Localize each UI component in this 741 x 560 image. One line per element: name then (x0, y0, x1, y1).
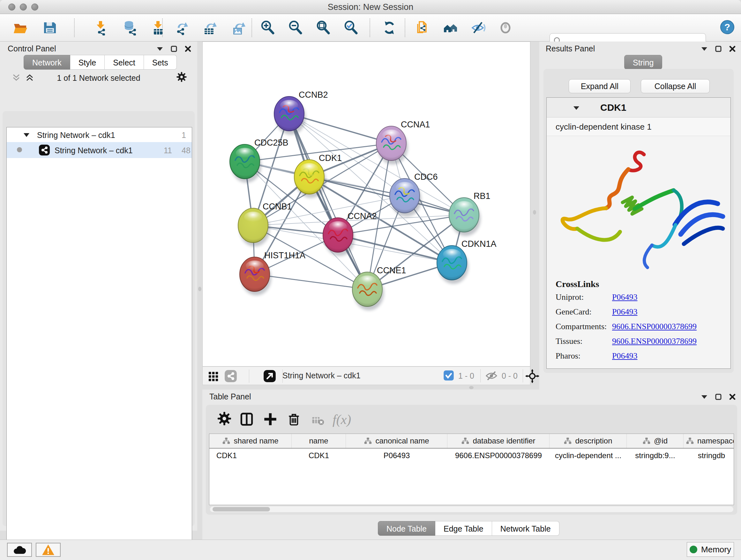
expand-all-button[interactable]: Expand All (569, 79, 630, 93)
import-database-icon[interactable] (122, 20, 137, 36)
memory-button[interactable]: Memory (687, 542, 734, 557)
right-splitter-handle[interactable] (533, 210, 536, 214)
eye-disabled-icon[interactable] (498, 20, 513, 36)
network-node[interactable]: CDC6 (390, 172, 438, 217)
table-header-row: shared namenamecanonical namedatabase id… (209, 434, 734, 449)
protein-description: cyclin-dependent kinase 1 (547, 118, 731, 136)
network-options-gear-icon[interactable] (176, 71, 187, 82)
tab-sets[interactable]: Sets (144, 55, 177, 70)
control-panel-title: Control Panel (8, 44, 56, 53)
export-table-icon[interactable] (203, 20, 218, 36)
tab-node-table[interactable]: Node Table (378, 521, 435, 536)
network-edge[interactable] (255, 274, 367, 289)
table-body: CDK1CDK1P064939606.ENSP00000378699cyclin… (209, 449, 734, 462)
share-document-icon[interactable] (415, 20, 430, 36)
collapse-all-button[interactable]: Collapse All (641, 79, 710, 93)
network-row[interactable]: String Network – cdk1 11 48 (7, 142, 192, 158)
hidden-eye-icon[interactable] (484, 370, 498, 381)
toolbar-separator (405, 18, 405, 37)
hide-eye-icon[interactable] (470, 20, 486, 36)
network-canvas[interactable]: CCNB2 CCNA1 CDC25B CDK1 CDC6 (202, 42, 530, 367)
collection-expander-icon[interactable] (23, 132, 30, 138)
column-header-name[interactable]: name (292, 434, 346, 448)
network-node[interactable]: CDKN1A (437, 239, 496, 284)
network-node-count: 11 (164, 146, 172, 155)
table-horizontal-scrollbar[interactable] (210, 506, 733, 512)
import-network-icon[interactable] (93, 20, 109, 36)
zoom-in-icon[interactable] (260, 20, 275, 36)
selected-checkbox-icon[interactable] (443, 370, 455, 381)
help-icon[interactable]: ? (720, 19, 735, 35)
zoom-out-icon[interactable] (288, 20, 303, 36)
crosslink-link[interactable]: P06493 (612, 307, 637, 317)
column-header-database-identifier[interactable]: database identifier (448, 434, 549, 448)
column-header-shared-name[interactable]: shared name (209, 434, 292, 448)
network-node[interactable]: CDK1 (294, 153, 342, 198)
import-table-icon[interactable] (151, 20, 166, 36)
delete-column-trash-icon[interactable] (286, 411, 302, 427)
save-session-icon[interactable] (42, 20, 57, 36)
crosslink-row: Uniprot: P06493 (547, 293, 731, 307)
table-settings-gear-icon[interactable] (217, 411, 233, 427)
show-columns-icon[interactable] (239, 411, 255, 427)
control-panel: Control Panel NetworkStyleSelectSets 1 o… (0, 42, 197, 531)
add-column-icon[interactable] (262, 411, 278, 427)
column-header-canonical-name[interactable]: canonical name (346, 434, 448, 448)
scrollbar-thumb[interactable] (212, 507, 270, 511)
home-network-icon[interactable] (443, 20, 458, 36)
tab-select[interactable]: Select (105, 55, 144, 70)
panel-menu-icon[interactable] (701, 46, 708, 51)
protein-card-header[interactable]: CDK1 (547, 98, 731, 118)
network-edge[interactable] (289, 114, 367, 289)
tab-network-table[interactable]: Network Table (492, 521, 559, 536)
control-panel-tabs: NetworkStyleSelectSets (23, 55, 177, 70)
bottom-splitter-handle[interactable] (469, 386, 474, 389)
network-node[interactable]: CCNE1 (352, 266, 406, 310)
table-row[interactable]: CDK1CDK1P064939606.ENSP00000378699cyclin… (209, 449, 734, 462)
birds-eye-view-icon[interactable] (525, 369, 539, 383)
status-bar: Memory (0, 540, 741, 560)
open-session-icon[interactable] (13, 20, 28, 36)
crosslink-link[interactable]: P06493 (612, 293, 637, 302)
tab-network[interactable]: Network (23, 55, 70, 70)
column-header--id[interactable]: @id (627, 434, 684, 448)
close-panel-icon[interactable] (185, 45, 192, 52)
network-node[interactable]: CCNB2 (274, 90, 328, 135)
network-node[interactable]: CCNA1 (376, 120, 430, 165)
crosslink-link[interactable]: 9606.ENSP00000378699 (612, 322, 697, 331)
zoom-fit-icon[interactable] (316, 20, 331, 36)
refresh-icon[interactable] (382, 20, 397, 36)
network-collection-row[interactable]: String Network – cdk1 1 (7, 127, 192, 142)
export-image-icon[interactable] (231, 20, 247, 36)
network-node[interactable]: RB1 (449, 191, 490, 236)
collapse-section-icon[interactable] (573, 105, 580, 111)
open-in-window-icon[interactable] (263, 370, 276, 382)
crosslink-link[interactable]: 9606.ENSP00000378699 (612, 336, 697, 346)
grid-view-icon[interactable] (207, 370, 220, 382)
column-header-namespace[interactable]: namespace (684, 434, 734, 448)
network-node[interactable]: CDC25B (230, 138, 288, 183)
tab-string[interactable]: String (624, 55, 662, 70)
crosslink-link[interactable]: P06493 (612, 351, 637, 361)
node-label: CDC6 (414, 172, 438, 182)
tab-style[interactable]: Style (70, 55, 105, 70)
warnings-button[interactable] (36, 543, 61, 557)
float-panel-icon[interactable] (171, 45, 178, 52)
zoom-selected-icon[interactable] (343, 20, 359, 36)
close-panel-icon[interactable] (729, 45, 736, 52)
float-panel-icon[interactable] (715, 393, 722, 400)
tab-edge-table[interactable]: Edge Table (435, 521, 492, 536)
left-splitter-handle[interactable] (198, 287, 201, 291)
network-node[interactable]: HIST1H1A (240, 251, 306, 295)
column-header-description[interactable]: description (549, 434, 627, 448)
export-network-icon[interactable] (174, 20, 189, 36)
memory-status-dot (690, 546, 697, 553)
panel-menu-icon[interactable] (156, 46, 163, 51)
close-panel-icon[interactable] (729, 393, 736, 400)
cloud-status-button[interactable] (7, 543, 32, 557)
float-panel-icon[interactable] (715, 45, 722, 52)
hidden-node-edge-counts: 0 - 0 (502, 371, 518, 381)
network-icon-gray[interactable] (224, 370, 237, 382)
panel-menu-icon[interactable] (701, 394, 708, 399)
network-edge-count: 48 (182, 146, 191, 155)
